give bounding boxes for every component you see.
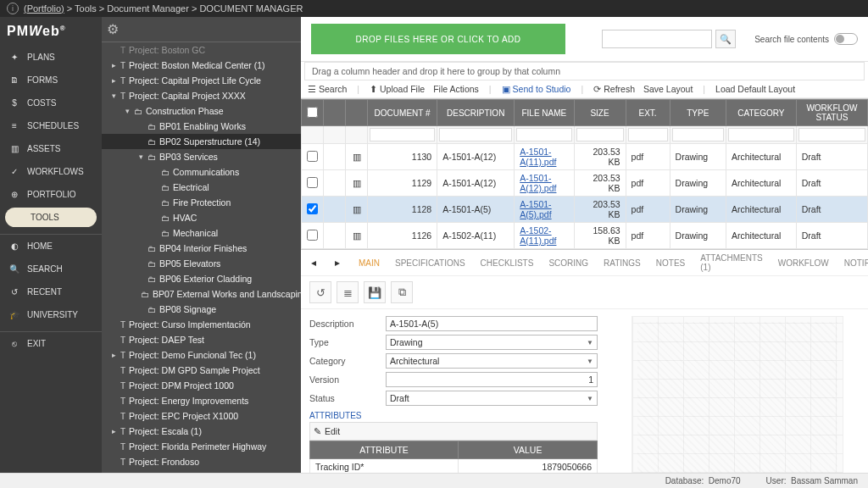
filter-input[interactable]	[439, 128, 512, 141]
chevron-down-icon[interactable]: ▼	[587, 395, 593, 402]
tb-search[interactable]: ☰ Search	[308, 84, 347, 94]
file-link[interactable]: A-1502-A(11).pdf	[515, 223, 574, 249]
nav-exit[interactable]: ⎋EXIT	[0, 332, 102, 355]
tree-node[interactable]: ▸TProject: Demo Funcional Tec (1)	[102, 347, 301, 363]
filter-input[interactable]	[672, 128, 724, 141]
tree-node[interactable]: TProject: Energy Improvements	[102, 393, 301, 408]
filter-input[interactable]	[728, 128, 794, 141]
tree-node[interactable]: 🗀Electrical	[102, 180, 301, 195]
filter-input[interactable]	[516, 128, 571, 141]
nav-university[interactable]: 🎓UNIVERSITY	[0, 303, 102, 326]
row-checkbox[interactable]	[307, 177, 318, 188]
expand-icon[interactable]: ▾	[137, 152, 144, 161]
tree-node[interactable]: ▸TProject: Escala (1)	[102, 424, 301, 439]
row-checkbox[interactable]	[307, 151, 318, 162]
tree-node[interactable]: TProject: Boston GC	[102, 42, 301, 58]
document-preview[interactable]	[606, 309, 868, 473]
col-header[interactable]: DESCRIPTION	[437, 100, 515, 126]
search-input[interactable]	[602, 30, 712, 48]
tree-node[interactable]: TProject: Curso Implementación	[102, 317, 301, 332]
documents-table[interactable]: DOCUMENT #DESCRIPTIONFILE NAMESIZEEXT.TY…	[301, 99, 868, 249]
col-header[interactable]: TYPE	[670, 100, 726, 126]
table-row[interactable]: ▥1126A-1502-A(11)A-1502-A(11).pdf158.63 …	[302, 223, 868, 249]
edit-attributes-button[interactable]: ✎Edit	[309, 422, 598, 441]
tree-node[interactable]: ▸TProject: Boston Medical Center (1)	[102, 58, 301, 73]
nav-forms[interactable]: 🗎FORMS	[0, 69, 102, 92]
tree-node[interactable]: 🗀Mechanical	[102, 225, 301, 241]
nav-plans[interactable]: ✦PLANS	[0, 46, 102, 69]
inp-status[interactable]: Draft▼	[386, 391, 598, 406]
tab-nav-prev-icon[interactable]: ◂	[311, 257, 316, 269]
inp-category[interactable]: Architectural▼	[386, 353, 598, 369]
tree-node[interactable]: 🗀BP01 Enabling Works	[102, 119, 301, 134]
tree-node[interactable]: 🗀Fire Protection	[102, 195, 301, 210]
tab-nav-next-icon[interactable]: ▸	[335, 257, 340, 269]
col-header[interactable]	[302, 100, 324, 126]
tab-checklists[interactable]: CHECKLISTS	[481, 258, 534, 268]
tb-loadlayout[interactable]: Load Default Layout	[715, 84, 795, 94]
col-header[interactable]	[346, 100, 368, 126]
search-button[interactable]: 🔍	[715, 30, 736, 48]
tree-node[interactable]: ▸TProject: Capital Project Life Cycle	[102, 73, 301, 88]
tree-node[interactable]: TProject: Florida Perimeter Highway	[102, 439, 301, 454]
nav-assets[interactable]: ▥ASSETS	[0, 137, 102, 160]
tb-upload[interactable]: ⬆ Upload File	[370, 84, 425, 94]
filter-input[interactable]	[798, 128, 865, 141]
tree-node[interactable]: 🗀BP07 External Works and Landscaping	[102, 286, 301, 302]
tree-node[interactable]: 🗀Communications	[102, 164, 301, 180]
nav-tools[interactable]: TOOLS	[5, 208, 97, 227]
tree-node[interactable]: TProject: DPM Project 1000	[102, 378, 301, 393]
chevron-down-icon[interactable]: ▼	[587, 358, 593, 365]
tb-fileactions[interactable]: File Actions	[433, 84, 479, 94]
tree-node[interactable]: ▾🗀Construction Phase	[102, 103, 301, 119]
bc-portfolio[interactable]: (Portfolio)	[24, 3, 64, 14]
nav-costs[interactable]: $COSTS	[0, 92, 102, 114]
bc-docmgr[interactable]: Document Manager	[107, 3, 189, 14]
tab-ratings[interactable]: RATINGS	[604, 258, 641, 268]
filter-input[interactable]	[370, 128, 435, 141]
tab-notifications[interactable]: NOTIFICATIONS	[844, 258, 868, 268]
select-all-checkbox[interactable]	[307, 107, 318, 118]
tab-scoring[interactable]: SCORING	[548, 258, 588, 268]
list-icon[interactable]: ≣	[337, 281, 359, 303]
tb-send-studio[interactable]: ▣ Send to Studio	[502, 84, 571, 94]
table-row[interactable]: ▥1129A-1501-A(12)A-1501-A(12).pdf203.53 …	[302, 170, 868, 197]
dropzone[interactable]: DROP FILES HERE OR CLICK TO ADD	[311, 24, 565, 54]
col-header[interactable]: SIZE	[574, 100, 626, 126]
tree-node[interactable]: TProject: EPC Project X1000	[102, 408, 301, 424]
bc-tools[interactable]: Tools	[75, 3, 97, 14]
inp-version[interactable]: 1	[386, 372, 598, 387]
filter-input[interactable]	[628, 128, 668, 141]
expand-icon[interactable]: ▸	[110, 427, 117, 435]
history-icon[interactable]: ↺	[309, 281, 331, 303]
tb-savelayout[interactable]: Save Layout	[643, 84, 693, 94]
tab-specifications[interactable]: SPECIFICATIONS	[395, 258, 465, 268]
nav-schedules[interactable]: ≡SCHEDULES	[0, 114, 102, 137]
col-header[interactable]: FILE NAME	[515, 100, 574, 126]
table-row[interactable]: ▥1130A-1501-A(12)A-1501-A(11).pdf203.53 …	[302, 144, 868, 170]
col-header[interactable]: DOCUMENT #	[368, 100, 437, 126]
tab-notes[interactable]: NOTES	[656, 258, 685, 268]
tree-node[interactable]: 🗀BP04 Interior Finishes	[102, 241, 301, 256]
save-icon[interactable]: 💾	[364, 281, 386, 303]
filter-input[interactable]	[576, 128, 624, 141]
row-checkbox[interactable]	[307, 203, 318, 214]
col-header[interactable]: CATEGORY	[726, 100, 796, 126]
nav-search[interactable]: 🔍SEARCH	[0, 258, 102, 280]
nav-recent[interactable]: ↺RECENT	[0, 280, 102, 303]
expand-icon[interactable]: ▸	[110, 351, 117, 359]
tree-node[interactable]: TProject: Frondoso	[102, 454, 301, 469]
tree-node[interactable]: 🗀BP08 Signage	[102, 302, 301, 317]
tree-settings-icon[interactable]: ⚙	[102, 17, 301, 42]
inp-type[interactable]: Drawing▼	[386, 335, 598, 350]
col-header[interactable]	[324, 100, 346, 126]
tree-node[interactable]: 🗀HVAC	[102, 210, 301, 225]
info-icon[interactable]: i	[7, 3, 19, 14]
tree-node[interactable]: 🗀BP06 Exterior Cladding	[102, 271, 301, 286]
row-checkbox[interactable]	[307, 230, 318, 241]
tree-node[interactable]: TProject: DAEP Test	[102, 332, 301, 347]
tree-node[interactable]: TProject: GSA Project	[102, 469, 301, 473]
project-tree[interactable]: ⚙ TProject: Boston GC▸TProject: Boston M…	[102, 17, 301, 473]
inp-description[interactable]: A-1501-A(5)	[386, 316, 598, 331]
tree-node[interactable]: 🗀BP05 Elevators	[102, 256, 301, 271]
